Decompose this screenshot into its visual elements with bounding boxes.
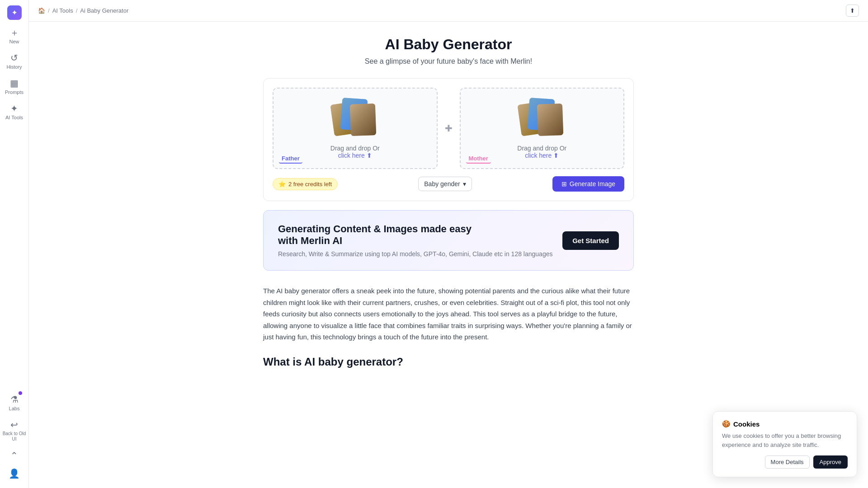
sidebar-item-ai-tools[interactable]: ✦ AI Tools (0, 99, 28, 125)
upload-bottom-controls: ⭐ 2 free credits left Baby gender ▾ ⊞ Ge… (273, 176, 624, 192)
sidebar-history-label: History (6, 64, 22, 70)
cookie-title: 🍪 Cookies (722, 420, 848, 428)
get-started-button[interactable]: Get Started (562, 231, 619, 250)
promo-card: Generating Content & Images made easy wi… (263, 210, 634, 271)
credits-badge: ⭐ 2 free credits left (273, 178, 338, 190)
generate-label: Generate Image (570, 180, 615, 188)
father-upload-text: Drag and drop Or click here ⬆ (330, 145, 380, 159)
upload-row: Drag and drop Or click here ⬆ Father ✚ (273, 88, 624, 169)
body-paragraph: The AI baby generator offers a sneak pee… (263, 285, 634, 343)
labs-dot (19, 391, 22, 395)
mother-photo-3 (537, 103, 563, 136)
father-photo-stack (332, 99, 377, 139)
sidebar-labs-label: Labs (9, 406, 20, 411)
cookie-title-text: Cookies (733, 420, 760, 428)
sidebar-new-label: New (9, 39, 19, 44)
cookie-text: We use cookies to offer you a better bro… (722, 432, 848, 449)
sidebar-item-history[interactable]: ↺ History (0, 49, 28, 74)
mother-click-link: click here ⬆ (517, 152, 566, 159)
topbar-right: ⬆ (846, 5, 859, 17)
cookie-more-button[interactable]: More Details (765, 455, 810, 469)
father-photo-3 (350, 103, 376, 136)
back-icon: ↩ (10, 420, 18, 429)
ai-tools-icon: ✦ (10, 104, 18, 113)
labs-icon: ⚗ (10, 395, 19, 404)
history-icon: ↺ (10, 53, 18, 62)
father-click-link: click here ⬆ (330, 152, 380, 159)
upload-icon-2: ⬆ (553, 152, 559, 159)
sidebar-item-collapse[interactable]: ⌃ (0, 446, 28, 465)
father-drag-text: Drag and drop Or (330, 145, 380, 152)
divider-plus: ✚ (445, 123, 453, 134)
section-heading: What is AI baby generator? (263, 356, 634, 368)
topbar: 🏠 / AI Tools / Ai Baby Generator ⬆ (29, 0, 868, 22)
sidebar: ✦ ＋ New ↺ History ▦ Prompts ✦ AI Tools ⚗… (0, 0, 29, 488)
share-button[interactable]: ⬆ (846, 5, 859, 17)
sidebar-item-prompts[interactable]: ▦ Prompts (0, 74, 28, 99)
credits-text: 2 free credits left (288, 181, 332, 188)
prompts-icon: ▦ (10, 79, 19, 88)
mother-upload-box[interactable]: Drag and drop Or click here ⬆ Mother (460, 88, 625, 169)
upload-icon: ⬆ (367, 152, 372, 159)
generate-button[interactable]: ⊞ Generate Image (552, 176, 624, 192)
cookie-buttons: More Details Approve (722, 455, 848, 469)
promo-subtitle: Research, Write & Summarize using top AI… (278, 250, 552, 258)
breadcrumb-ai-tools[interactable]: AI Tools (52, 7, 73, 14)
mother-photo-stack (519, 99, 565, 139)
generate-icon: ⊞ (561, 180, 567, 188)
cookie-emoji: 🍪 (722, 420, 731, 428)
mother-drag-text: Drag and drop Or (517, 145, 566, 152)
upload-section: Drag and drop Or click here ⬆ Father ✚ (263, 78, 634, 201)
cookie-banner: 🍪 Cookies We use cookies to offer you a … (712, 411, 857, 477)
cookie-approve-button[interactable]: Approve (813, 455, 848, 469)
father-upload-box[interactable]: Drag and drop Or click here ⬆ Father (273, 88, 438, 169)
mother-upload-images (519, 99, 565, 139)
sidebar-item-new[interactable]: ＋ New (0, 23, 28, 49)
mother-upload-text: Drag and drop Or click here ⬆ (517, 145, 566, 159)
user-icon: 👤 (9, 469, 20, 478)
star-icon: ⭐ (278, 181, 286, 188)
sidebar-prompts-label: Prompts (5, 89, 24, 95)
breadcrumb-sep-2: / (76, 7, 78, 14)
sidebar-item-labs[interactable]: ⚗ Labs (0, 390, 28, 416)
promo-text-block: Generating Content & Images made easy wi… (278, 223, 552, 258)
sidebar-back-old-label: Back to Old UI (2, 431, 27, 442)
breadcrumb: 🏠 / AI Tools / Ai Baby Generator (38, 7, 128, 14)
collapse-icon: ⌃ (10, 451, 18, 460)
breadcrumb-current: Ai Baby Generator (80, 7, 128, 14)
sidebar-ai-tools-label: AI Tools (5, 115, 23, 120)
page-content: AI Baby Generator See a glimpse of your … (254, 22, 643, 399)
chevron-down-icon: ▾ (463, 180, 466, 188)
page-subtitle: See a glimpse of your future baby's face… (263, 57, 634, 66)
sidebar-item-user[interactable]: 👤 (0, 465, 28, 483)
home-icon[interactable]: 🏠 (38, 7, 45, 14)
father-label: Father (279, 154, 302, 164)
promo-title: Generating Content & Images made easy wi… (278, 223, 486, 247)
mother-label: Mother (466, 154, 491, 164)
sidebar-item-back-old[interactable]: ↩ Back to Old UI (0, 416, 28, 446)
plus-icon: ＋ (10, 28, 19, 37)
page-title: AI Baby Generator (263, 36, 634, 53)
app-logo: ✦ (7, 5, 22, 20)
father-upload-images (332, 99, 377, 139)
gender-select[interactable]: Baby gender ▾ (418, 177, 472, 191)
gender-select-label: Baby gender (424, 180, 460, 188)
breadcrumb-sep-1: / (48, 7, 50, 14)
